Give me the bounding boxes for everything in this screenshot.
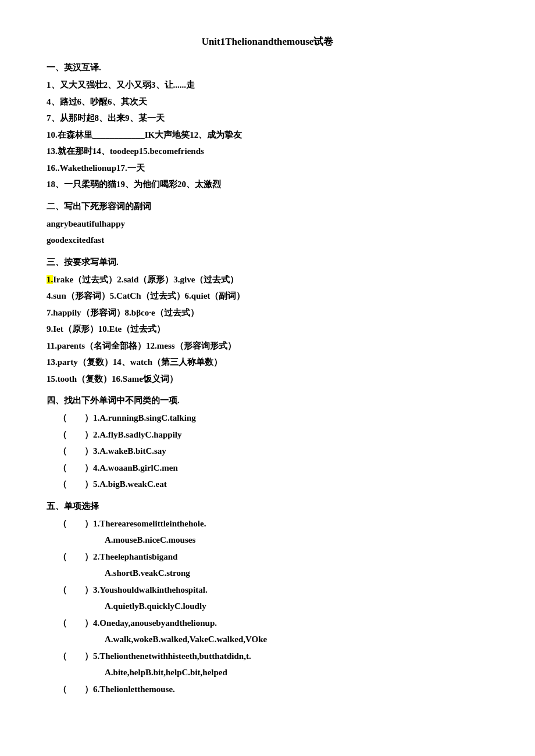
section-2: 二、写出下死形容词的副词 angrybeautifulhappy goodexc…: [47, 201, 488, 249]
section-3-line-7: 15.tooth（复数）16.Same饭义词）: [47, 371, 488, 388]
section-1-line-5: 13.就在那时14、toodeep15.becomefriends: [47, 143, 488, 160]
section-3-line-3: 7.happily（形容词）8.bβco·e（过去式）: [47, 304, 488, 321]
section-2-line-2: goodexcitedfast: [47, 232, 488, 249]
section-2-line-1: angrybeautifulhappy: [47, 216, 488, 232]
section-3-header: 三、按要求写单词.: [47, 257, 488, 268]
section-1-line-1: 1、又大又强壮2、又小又弱3、让......走: [47, 77, 488, 94]
page-title: Unit1Thelionandthemouse试卷: [47, 35, 488, 48]
section-1-line-7: 18、一只柔弱的猫19、为他们喝彩20、太激烈: [47, 176, 488, 193]
section-5-item-5: （ ）5.Thelionthenetwithhisteeth,butthatdi…: [47, 648, 488, 681]
section-3-line-6: 13.party（复数）14、watch（第三人称单数）: [47, 354, 488, 371]
highlight-1: 1.: [47, 275, 53, 284]
section-5: 五、单项选择 （ ）1.Therearesomelittleinthehole.…: [47, 501, 488, 698]
section-1-line-3: 7、从那时起8、出来9、某一天: [47, 110, 488, 127]
section-2-header: 二、写出下死形容词的副词: [47, 201, 488, 212]
section-5-item-1: （ ）1.Therearesomelittleinthehole. A.mous…: [47, 515, 488, 549]
section-4-choice-5: （ ）5.A.bigB.weakC.eat: [58, 476, 488, 493]
section-4-choice-2: （ ）2.A.flyB.sadlyC.happily: [58, 427, 488, 443]
section-3: 三、按要求写单词. 1.Irake（过去式）2.said（原形）3.give（过…: [47, 257, 488, 388]
section-1-line-4: 10.在森林里____________IK大声地笑12、成为挚友: [47, 127, 488, 144]
section-3-line-2: 4.sun（形容词）5.CatCh（过去式）6.quiet（副词）: [47, 288, 488, 304]
section-5-item-6: （ ）6.Thelionletthemouse.: [47, 681, 488, 698]
section-4-choice-3: （ ）3.A.wakeB.bitC.say: [58, 443, 488, 460]
section-1: 一、英汉互译. 1、又大又强壮2、又小又弱3、让......走 4、路过6、吵醒…: [47, 62, 488, 193]
section-4-header: 四、找出下外单词中不同类的一项.: [47, 395, 488, 406]
section-3-line-1: 1.Irake（过去式）2.said（原形）3.give（过去式）: [47, 271, 488, 288]
section-3-line-5: 11.parents（名词全部格）12.mess（形容询形式）: [47, 338, 488, 354]
section-5-item-4: （ ）4.Oneday,anousebyandthelionup. A.walk…: [47, 615, 488, 648]
section-4-choice-4: （ ）4.A.woaanB.girlC.men: [58, 460, 488, 476]
section-5-item-3: （ ）3.Youshouldwalkinthehospital. A.quiet…: [47, 582, 488, 615]
section-4: 四、找出下外单词中不同类的一项. （ ）1.A.runningB.singC.t…: [47, 395, 488, 493]
section-1-line-2: 4、路过6、吵醒6、其次天: [47, 94, 488, 110]
section-4-choice-1: （ ）1.A.runningB.singC.talking: [58, 410, 488, 427]
section-5-item-2: （ ）2.Theelephantisbigand A.shortB.veakC.…: [47, 549, 488, 582]
section-1-header: 一、英汉互译.: [47, 62, 488, 73]
section-5-header: 五、单项选择: [47, 501, 488, 512]
section-3-line-4: 9.Iet（原形）10.Ete（过去式）: [47, 321, 488, 338]
section-1-line-6: 16..Wakethelionup17.一天: [47, 160, 488, 177]
